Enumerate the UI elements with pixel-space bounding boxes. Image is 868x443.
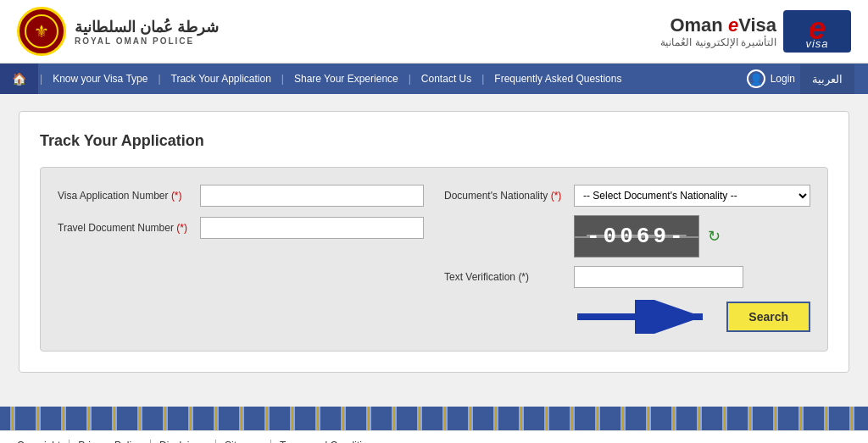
nav-login-button[interactable]: Login — [771, 73, 795, 85]
arrow-container — [577, 300, 713, 334]
nav-separator-1: | — [156, 73, 162, 85]
navigation-bar: 🏠 | Know your Visa Type | Track Your App… — [0, 64, 868, 94]
nav-right: 👤 Login العربية — [747, 64, 868, 94]
nav-separator-2: | — [280, 73, 286, 85]
nationality-required-star: (*) — [551, 190, 562, 202]
nav-left: 🏠 | Know your Visa Type | Track Your App… — [0, 64, 630, 94]
footer-copyright[interactable]: Copyright — [17, 440, 70, 443]
evisa-title: Oman eVisa — [660, 14, 776, 36]
nav-item-know-visa[interactable]: Know your Visa Type — [44, 64, 156, 93]
evisa-logo-inner: e visa — [805, 14, 828, 50]
evisa-logo-box: e visa — [783, 10, 851, 53]
evisa-text-block: Oman eVisa التأشيرة الإلكترونية العُماني… — [660, 14, 776, 48]
svg-text:⚜: ⚜ — [34, 22, 49, 41]
nav-home-button[interactable]: 🏠 — [0, 64, 38, 94]
footer-bar: Copyright Privacy Policy Disclaimer Site… — [0, 430, 868, 443]
text-verification-input[interactable] — [574, 266, 743, 288]
nationality-label: Document's Nationality (*) — [444, 190, 567, 202]
evisa-subtitle: التأشيرة الإلكترونية العُمانية — [660, 36, 776, 48]
police-english-name: ROYAL OMAN POLICE — [75, 36, 219, 46]
refresh-captcha-icon[interactable]: ↻ — [708, 227, 721, 246]
form-title: Track Your Application — [40, 132, 828, 150]
police-emblem-icon: ⚜ — [17, 7, 66, 56]
nav-item-contact[interactable]: Contact Us — [413, 64, 480, 93]
nav-separator-3: | — [407, 73, 413, 85]
form-right-column: Document's Nationality (*) -- Select Doc… — [444, 185, 810, 288]
search-row: Search — [58, 300, 810, 334]
police-logo: ⚜ شرطة عُمان السلطانية ROYAL OMAN POLICE — [17, 7, 219, 56]
captcha-line — [575, 236, 698, 238]
nav-item-faq[interactable]: Frequently Asked Questions — [486, 64, 630, 93]
evisa-e-letter: e — [728, 14, 738, 36]
blue-arrow-icon — [577, 300, 713, 334]
header-left: ⚜ شرطة عُمان السلطانية ROYAL OMAN POLICE — [17, 7, 219, 56]
evisa-suffix: Visa — [738, 14, 776, 36]
visa-app-number-row: Visa Application Number (*) — [58, 185, 424, 207]
text-verification-label: Text Verification (*) — [444, 271, 567, 283]
footer-disclaimer[interactable]: Disclaimer — [151, 440, 216, 443]
travel-doc-number-row: Travel Document Number (*) — [58, 217, 424, 239]
search-button[interactable]: Search — [726, 302, 810, 332]
footer-terms[interactable]: Terms and Conditions — [271, 440, 387, 443]
text-verification-row: Text Verification (*) — [444, 266, 810, 288]
footer-ornament — [0, 407, 868, 430]
form-section: Visa Application Number (*) Travel Docum… — [40, 167, 828, 352]
evisa-logo-visa: visa — [805, 37, 828, 50]
user-icon: 👤 — [747, 69, 765, 88]
nav-arabic-button[interactable]: العربية — [800, 64, 854, 94]
nationality-row: Document's Nationality (*) -- Select Doc… — [444, 185, 810, 207]
visa-app-number-input[interactable] — [200, 185, 424, 207]
travel-required-star: (*) — [176, 222, 187, 234]
footer-privacy[interactable]: Privacy Policy — [70, 440, 151, 443]
captcha-row: -0069- ↻ — [444, 215, 810, 257]
evisa-prefix: Oman — [670, 14, 727, 36]
form-card: Track Your Application Visa Application … — [19, 111, 849, 373]
police-arabic-name: شرطة عُمان السلطانية — [75, 18, 219, 36]
nav-separator-4: | — [480, 73, 486, 85]
nationality-select[interactable]: -- Select Document's Nationality -- — [574, 185, 810, 207]
footer-sitemap[interactable]: Sitemap — [216, 440, 271, 443]
travel-doc-number-label: Travel Document Number (*) — [58, 222, 193, 234]
form-left-column: Visa Application Number (*) Travel Docum… — [58, 185, 424, 239]
page-header: ⚜ شرطة عُمان السلطانية ROYAL OMAN POLICE… — [0, 0, 868, 64]
nav-item-share-exp[interactable]: Share Your Experience — [286, 64, 407, 93]
visa-app-number-label: Visa Application Number (*) — [58, 190, 193, 202]
captcha-image: -0069- — [574, 215, 699, 257]
header-right: Oman eVisa التأشيرة الإلكترونية العُماني… — [660, 10, 851, 53]
nav-item-track-app[interactable]: Track Your Application — [163, 64, 280, 93]
main-content: Track Your Application Visa Application … — [0, 94, 868, 390]
nav-separator-0: | — [38, 73, 44, 85]
travel-doc-number-input[interactable] — [200, 217, 424, 239]
police-text-block: شرطة عُمان السلطانية ROYAL OMAN POLICE — [75, 18, 219, 46]
visa-required-star: (*) — [171, 190, 182, 202]
